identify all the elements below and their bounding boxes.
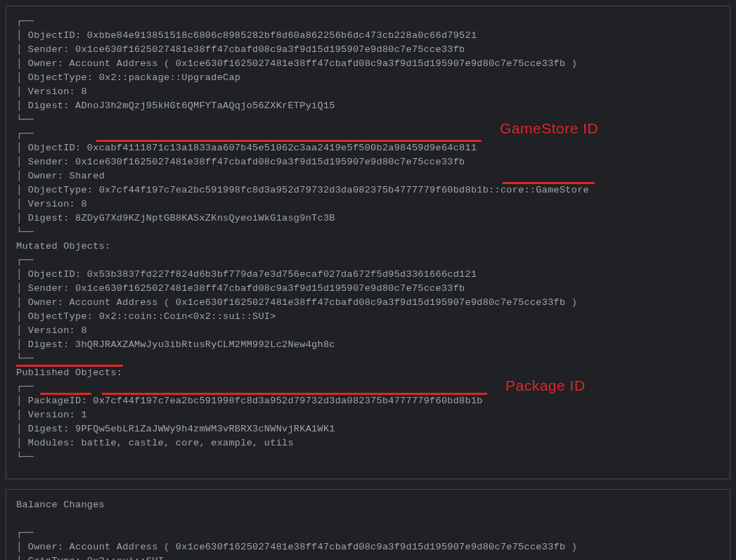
obj1-sender: Sender: 0x1ce630f1625027481e38ff47cbafd0… xyxy=(28,44,465,55)
obj2-digest: Digest: 8ZDyG7Xd9KZjNptGB8KASxZKnsQyeoiW… xyxy=(28,213,335,223)
underline-package-label xyxy=(40,393,91,395)
underline-gamestore-type xyxy=(503,182,595,184)
obj1-type: ObjectType: 0x2::package::UpgradeCap xyxy=(28,72,240,83)
balance-cointype: CoinType: 0x2::sui::SUI xyxy=(28,556,164,560)
object-changes-panel: ┌── │ ObjectID: 0xbbe84e913851518c6806c8… xyxy=(6,6,730,479)
mutated-objects-header: Mutated Objects: xyxy=(16,241,110,252)
obj2-type-pre: ObjectType: 0x7cf44f197c7ea2bc591998fc8d… xyxy=(28,185,501,195)
pkg-id-label: PackageID: xyxy=(28,396,93,406)
obj3-owner: Owner: Account Address ( 0x1ce630f162502… xyxy=(28,297,577,308)
underline-published-header xyxy=(16,365,123,367)
balance-changes-panel: Balance Changes ┌── │ Owner: Account Add… xyxy=(6,489,730,560)
obj2-owner: Owner: Shared xyxy=(28,171,105,181)
obj3-sender: Sender: 0x1ce630f1625027481e38ff47cbafd0… xyxy=(28,283,465,294)
obj3-digest: Digest: 3hQRJRAXZAMwJyu3ibRtusRyCLM2MM99… xyxy=(28,339,335,350)
pkg-version: Version: 1 xyxy=(28,410,87,420)
obj3-version: Version: 8 xyxy=(28,325,87,336)
obj1-digest: Digest: ADnoJ3h2mQzj95kHGt6QMFYTaAQqjo56… xyxy=(28,100,335,111)
underline-gamestore-objectid xyxy=(96,140,482,142)
balance-changes-header: Balance Changes xyxy=(16,500,105,510)
obj2-sender: Sender: 0x1ce630f1625027481e38ff47cbafd0… xyxy=(28,157,465,167)
pkg-digest: Digest: 9PFQw5ebLRiZaJWWy9h4zmWM3vRBRX3c… xyxy=(28,424,335,434)
underline-package-id xyxy=(102,393,487,395)
annotation-gamestore-id: GameStore ID xyxy=(500,122,598,136)
obj3-type: ObjectType: 0x2::coin::Coin<0x2::sui::SU… xyxy=(28,311,276,322)
obj3-id: ObjectID: 0x53b3837fd227f824d6b3bf779da7… xyxy=(28,269,477,280)
published-objects-header: Published Objects: xyxy=(16,367,122,378)
annotation-package-id: Package ID xyxy=(505,379,586,393)
obj1-owner: Owner: Account Address ( 0x1ce630f162502… xyxy=(28,58,577,69)
obj2-id-label: ObjectID: xyxy=(28,143,87,153)
obj1-version: Version: 8 xyxy=(28,86,87,97)
pkg-modules: Modules: battle, castle, core, example, … xyxy=(28,438,294,448)
obj2-type-mod: core::GameStore xyxy=(501,185,589,195)
obj1-id: ObjectID: 0xbbe84e913851518c6806c8985282… xyxy=(28,30,477,41)
balance-owner: Owner: Account Address ( 0x1ce630f162502… xyxy=(28,542,577,552)
obj2-version: Version: 8 xyxy=(28,199,87,209)
bracket-top: ┌── xyxy=(16,16,34,27)
obj2-id-value: 0xcabf4111871c13a1833aa607b45e51062c3aa2… xyxy=(87,143,477,153)
pkg-id-value: 0x7cf44f197c7ea2bc591998fc8d3a952d79732d… xyxy=(93,396,483,406)
bracket-bottom: └── xyxy=(16,115,34,125)
